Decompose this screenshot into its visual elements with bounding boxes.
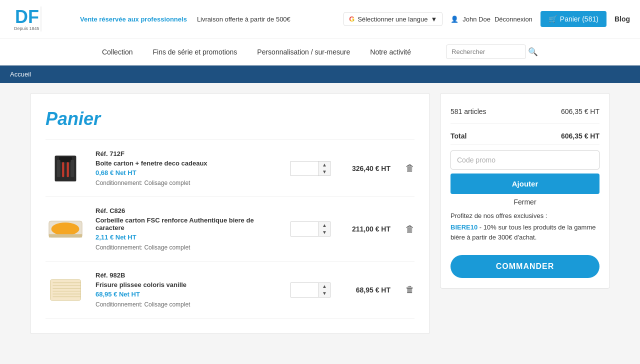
nav-bar: Collection Fins de série et promotions P… [0, 38, 640, 66]
qty-down-3[interactable]: ▼ [319, 290, 330, 297]
breadcrumb[interactable]: Accueil [10, 70, 31, 78]
qty-field-3[interactable]: 1 [291, 283, 318, 297]
nav-search-area: 🔍 [446, 44, 538, 59]
articles-count: 581 articles [450, 108, 486, 116]
table-row: Réf. 712F Boite carton + fenetre deco ca… [46, 140, 414, 197]
articles-total: 606,35 € HT [561, 108, 600, 116]
qty-arrows-3: ▲ ▼ [318, 283, 330, 297]
table-row: Réf. C826 Corbeille carton FSC renforce … [46, 197, 414, 262]
qty-down-1[interactable]: ▼ [319, 168, 330, 176]
qty-up-2[interactable]: ▲ [319, 222, 330, 229]
qty-field-2[interactable]: 100 [291, 222, 318, 236]
svg-rect-7 [67, 162, 69, 177]
item-name-3: Frisure plissee coloris vanille [96, 281, 280, 288]
promo-text: Vente réservée aux professionnels [80, 16, 187, 23]
qty-arrows-2: ▲ ▼ [318, 222, 330, 236]
total-value: 606,35 € HT [561, 132, 600, 140]
user-icon: 👤 [450, 16, 458, 23]
item-ref-2: Réf. C826 [96, 207, 280, 214]
delete-item-3[interactable]: 🗑 [406, 284, 414, 295]
user-name: John Doe [462, 16, 490, 23]
item-details-2: Réf. C826 Corbeille carton FSC renforce … [96, 207, 280, 251]
search-button[interactable]: 🔍 [528, 47, 538, 56]
offer-text: BIERE10 - 10% sur tous les produits de l… [450, 222, 600, 242]
main-content: Panier Réf. 712F [20, 93, 620, 334]
item-qty-area-1: 480 ▲ ▼ [290, 161, 330, 176]
cart-title: Panier [46, 108, 414, 130]
item-qty-area-2: 100 ▲ ▼ [290, 222, 330, 236]
header-left: DF Depuis 1845 Vente réservée aux profes… [10, 4, 290, 34]
quantity-input-2: 100 ▲ ▼ [290, 222, 330, 236]
search-input[interactable] [446, 44, 526, 59]
summary-divider-1 [450, 124, 600, 124]
svg-rect-6 [62, 162, 64, 177]
svg-text:Depuis 1845: Depuis 1845 [14, 26, 40, 31]
fermer-link[interactable]: Fermer [450, 198, 600, 206]
item-total-3: 68,95 € HT [340, 286, 390, 294]
item-conditioning-3: Conditionnement: Colisage complet [96, 301, 280, 308]
product-image-1 [46, 151, 86, 186]
qty-field-1[interactable]: 480 [291, 162, 318, 176]
logo[interactable]: DF Depuis 1845 [10, 4, 70, 34]
item-ref-1: Réf. 712F [96, 150, 280, 158]
quantity-input-1: 480 ▲ ▼ [290, 161, 330, 176]
item-unit-price-1: 0,68 € Net HT [96, 169, 280, 176]
item-name-1: Boite carton + fenetre deco cadeaux [96, 160, 280, 167]
offer-title: Profitez de nos offres exclusives : [450, 212, 600, 220]
language-selector[interactable]: G Sélectionner une langue ▼ [344, 12, 442, 26]
cart-panel: Panier Réf. 712F [30, 93, 430, 334]
qty-up-1[interactable]: ▲ [319, 162, 330, 168]
offer-code: BIERE10 [450, 224, 478, 231]
item-qty-area-3: 1 ▲ ▼ [290, 282, 330, 298]
promo-section: Ajouter Fermer [450, 150, 600, 206]
qty-down-2[interactable]: ▼ [319, 229, 330, 236]
item-name-2: Corbeille carton FSC renforce Authentiqu… [96, 216, 280, 232]
chevron-down-icon: ▼ [430, 16, 437, 23]
svg-rect-5 [59, 156, 72, 162]
promo-code-input[interactable] [450, 150, 600, 170]
svg-point-12 [52, 222, 80, 236]
nav-personnalisation[interactable]: Personnalisation / sur-mesure [257, 48, 350, 56]
nav-collection[interactable]: Collection [102, 48, 132, 56]
svg-rect-0 [40, 4, 70, 34]
nav-activite[interactable]: Notre activité [370, 48, 411, 56]
svg-rect-9 [70, 160, 74, 176]
google-icon: G [349, 15, 354, 23]
user-area: 👤 John Doe Déconnexion [450, 16, 532, 23]
header: DF Depuis 1845 Vente réservée aux profes… [0, 0, 640, 38]
cart-items-list: Réf. 712F Boite carton + fenetre deco ca… [46, 140, 414, 318]
logout-link[interactable]: Déconnexion [494, 16, 532, 23]
quantity-input-3: 1 ▲ ▼ [290, 282, 330, 298]
articles-row: 581 articles 606,35 € HT [450, 104, 600, 120]
delete-item-2[interactable]: 🗑 [406, 224, 414, 234]
table-row: Réf. 982B Frisure plissee coloris vanill… [46, 262, 414, 318]
qty-up-3[interactable]: ▲ [319, 283, 330, 290]
item-unit-price-3: 68,95 € Net HT [96, 290, 280, 298]
nav-fins-serie[interactable]: Fins de série et promotions [152, 48, 237, 56]
cart-label: Panier (581) [560, 15, 598, 23]
item-total-2: 211,00 € HT [340, 225, 390, 233]
product-image-2 [46, 212, 86, 246]
delete-item-1[interactable]: 🗑 [406, 163, 414, 174]
qty-arrows-1: ▲ ▼ [318, 162, 330, 176]
offer-section: Profitez de nos offres exclusives : BIER… [450, 212, 600, 242]
delivery-text: Livraison offerte à partir de 500€ [197, 16, 290, 23]
item-conditioning-1: Conditionnement: Colisage complet [96, 180, 280, 186]
product-image-3 [46, 272, 86, 308]
total-label: Total [450, 132, 466, 140]
total-row: Total 606,35 € HT [450, 128, 600, 144]
summary-panel: 581 articles 606,35 € HT Total 606,35 € … [440, 93, 610, 288]
svg-rect-8 [57, 160, 60, 176]
breadcrumb-bar: Accueil [0, 66, 640, 83]
commander-button[interactable]: COMMANDER [450, 255, 600, 278]
cart-button[interactable]: 🛒 Panier (581) [540, 11, 606, 27]
header-right: G Sélectionner une langue ▼ 👤 John Doe D… [344, 11, 630, 27]
item-unit-price-2: 2,11 € Net HT [96, 234, 280, 241]
item-ref-3: Réf. 982B [96, 272, 280, 279]
blog-link[interactable]: Blog [614, 15, 630, 23]
svg-text:DF: DF [15, 6, 39, 27]
svg-rect-13 [49, 234, 82, 238]
item-conditioning-2: Conditionnement: Colisage complet [96, 244, 280, 251]
add-promo-button[interactable]: Ajouter [450, 174, 600, 194]
item-details-1: Réf. 712F Boite carton + fenetre deco ca… [96, 150, 280, 186]
